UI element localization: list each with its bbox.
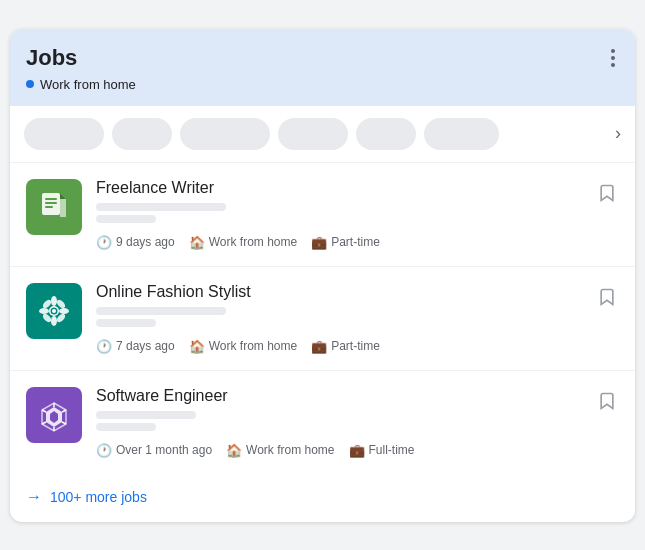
job-time-1: 🕐 9 days ago — [96, 235, 175, 250]
svg-rect-2 — [45, 202, 57, 204]
filter-pill-6[interactable] — [424, 118, 499, 150]
job-meta-3: 🕐 Over 1 month ago 🏠 Work from home 💼 Fu… — [96, 443, 581, 458]
active-dot-icon — [26, 80, 34, 88]
svg-point-10 — [59, 308, 69, 314]
skeleton-line-3b — [96, 423, 156, 431]
job-logo-1 — [26, 179, 82, 235]
bookmark-button-3[interactable] — [595, 389, 619, 418]
more-jobs-link[interactable]: → 100+ more jobs — [26, 488, 147, 506]
job-meta-2: 🕐 7 days ago 🏠 Work from home 💼 Part-tim… — [96, 339, 581, 354]
job-content-1: Freelance Writer 🕐 9 days ago 🏠 Work fro… — [96, 179, 581, 250]
clock-icon-3: 🕐 — [96, 443, 112, 458]
svg-point-7 — [51, 296, 57, 306]
bookmark-button-2[interactable] — [595, 285, 619, 314]
svg-point-9 — [39, 308, 49, 314]
skeleton-line-1a — [96, 203, 226, 211]
filters-expand-button[interactable]: › — [615, 123, 621, 144]
job-logo-2 — [26, 283, 82, 339]
more-jobs-label: 100+ more jobs — [50, 489, 147, 505]
header-top: Jobs — [26, 45, 619, 71]
job-meta-1: 🕐 9 days ago 🏠 Work from home 💼 Part-tim… — [96, 235, 581, 250]
filter-pill-1[interactable] — [24, 118, 104, 150]
skeleton-line-3a — [96, 411, 196, 419]
job-location-1: 🏠 Work from home — [189, 235, 297, 250]
home-icon-2: 🏠 — [189, 339, 205, 354]
job-title-1: Freelance Writer — [96, 179, 581, 197]
clock-icon-2: 🕐 — [96, 339, 112, 354]
svg-point-8 — [51, 316, 57, 326]
svg-rect-1 — [45, 198, 57, 200]
job-item-freelance-writer[interactable]: Freelance Writer 🕐 9 days ago 🏠 Work fro… — [10, 163, 635, 267]
bag-icon-3: 💼 — [349, 443, 365, 458]
job-logo-3 — [26, 387, 82, 443]
job-location-3: 🏠 Work from home — [226, 443, 334, 458]
filter-pill-2[interactable] — [112, 118, 172, 150]
skeleton-line-1b — [96, 215, 156, 223]
job-type-2: 💼 Part-time — [311, 339, 380, 354]
arrow-right-icon: → — [26, 488, 42, 506]
page-title: Jobs — [26, 45, 77, 71]
subtitle-text: Work from home — [40, 77, 136, 92]
job-content-2: Online Fashion Stylist 🕐 7 days ago 🏠 Wo… — [96, 283, 581, 354]
bookmark-button-1[interactable] — [595, 181, 619, 210]
bag-icon-1: 💼 — [311, 235, 327, 250]
job-item-software-engineer[interactable]: Software Engineer 🕐 Over 1 month ago 🏠 W… — [10, 371, 635, 474]
job-title-3: Software Engineer — [96, 387, 581, 405]
clock-icon-1: 🕐 — [96, 235, 112, 250]
skeleton-line-2b — [96, 319, 156, 327]
job-time-3: 🕐 Over 1 month ago — [96, 443, 212, 458]
svg-point-16 — [52, 309, 56, 313]
home-icon-1: 🏠 — [189, 235, 205, 250]
job-type-1: 💼 Part-time — [311, 235, 380, 250]
job-title-2: Online Fashion Stylist — [96, 283, 581, 301]
svg-rect-3 — [45, 206, 53, 208]
job-time-2: 🕐 7 days ago — [96, 339, 175, 354]
job-content-3: Software Engineer 🕐 Over 1 month ago 🏠 W… — [96, 387, 581, 458]
header-subtitle: Work from home — [26, 77, 619, 92]
svg-marker-5 — [60, 193, 66, 199]
more-options-button[interactable] — [607, 45, 619, 71]
job-item-fashion-stylist[interactable]: Online Fashion Stylist 🕐 7 days ago 🏠 Wo… — [10, 267, 635, 371]
bag-icon-2: 💼 — [311, 339, 327, 354]
home-icon-3: 🏠 — [226, 443, 242, 458]
filter-pill-5[interactable] — [356, 118, 416, 150]
jobs-card: Jobs Work from home › — [10, 29, 635, 522]
filter-bar: › — [10, 106, 635, 163]
job-type-3: 💼 Full-time — [349, 443, 415, 458]
filter-pill-3[interactable] — [180, 118, 270, 150]
skeleton-line-2a — [96, 307, 226, 315]
header: Jobs Work from home — [10, 29, 635, 106]
job-location-2: 🏠 Work from home — [189, 339, 297, 354]
more-jobs-row: → 100+ more jobs — [10, 474, 635, 522]
filter-pill-4[interactable] — [278, 118, 348, 150]
